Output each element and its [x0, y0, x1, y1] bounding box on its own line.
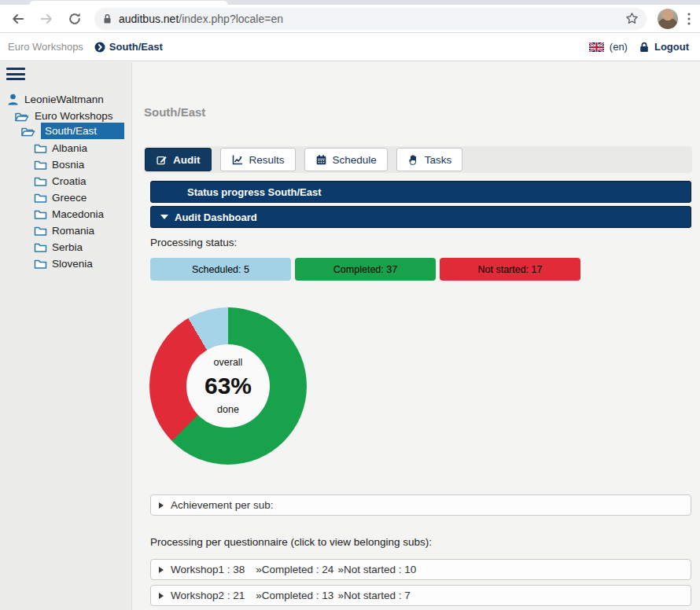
sidebar-item-country[interactable]: Macedonia — [34, 206, 104, 222]
status-buttons: Scheduled: 5 Completed: 37 Not started: … — [150, 258, 580, 281]
donut-ring: overall 63% done — [149, 307, 307, 465]
sidebar-item-country[interactable]: Serbia — [34, 239, 83, 255]
browser-chrome: auditbus.net/index.php?locale=en — [0, 0, 700, 33]
donut-center: overall 63% done — [186, 344, 270, 428]
country-label: Macedonia — [52, 208, 104, 220]
logout-lock-icon — [639, 42, 649, 53]
reload-icon — [68, 12, 82, 26]
hand-icon — [407, 154, 419, 166]
open-folder-icon — [20, 125, 36, 138]
user-icon — [6, 93, 20, 106]
country-label: Serbia — [52, 241, 83, 253]
status-progress-header[interactable]: Status progress South/East — [150, 181, 691, 203]
breadcrumb-current-link[interactable]: South/East — [109, 41, 163, 53]
folder-icon — [34, 192, 47, 204]
country-label: Greece — [52, 192, 87, 204]
sidebar-item-user[interactable]: LeonieWaltmann — [6, 91, 104, 108]
folder-icon — [34, 208, 47, 220]
caret-right-icon — [159, 593, 164, 599]
scheduled-button[interactable]: Scheduled: 5 — [150, 258, 291, 281]
processing-status-label: Processing status: — [150, 237, 237, 248]
browser-menu-icon[interactable] — [687, 13, 691, 25]
achievement-per-sub-toggle[interactable]: Achievement per sub: — [150, 494, 691, 516]
url-bar[interactable]: auditbus.net/index.php?locale=en — [94, 8, 647, 30]
sidebar-item-country[interactable]: Greece — [34, 189, 87, 206]
reload-button[interactable] — [63, 7, 87, 31]
questionnaire-section-label: Processing per questionnaire (click to v… — [150, 536, 432, 548]
not-started-button[interactable]: Not started: 17 — [440, 258, 580, 281]
breadcrumb-root: Euro Workshops — [8, 41, 83, 53]
forward-arrow-icon — [39, 12, 53, 26]
forward-button[interactable] — [35, 7, 58, 31]
browser-profile-avatar[interactable] — [658, 9, 678, 29]
sidebar-selected-label: South/East — [41, 123, 124, 139]
sidebar-item-country[interactable]: Croatia — [34, 173, 87, 189]
sidebar-item-root[interactable]: Euro Workshops — [14, 108, 113, 124]
https-lock-icon — [102, 13, 112, 24]
header-right: (en) Logout — [589, 41, 689, 53]
caret-right-icon — [159, 567, 164, 573]
country-label: Slovenia — [52, 258, 93, 270]
sidebar-item-country[interactable]: Slovenia — [34, 255, 93, 272]
page-title: South/East — [144, 105, 205, 119]
chart-icon — [231, 153, 244, 166]
breadcrumb-arrow-icon — [94, 42, 105, 53]
folder-icon — [34, 159, 47, 171]
folder-icon — [34, 241, 47, 253]
folder-icon — [34, 225, 47, 237]
chevron-down-icon — [160, 215, 168, 219]
sidebar-item-country[interactable]: Bosnia — [34, 156, 84, 173]
folder-icon — [34, 175, 47, 187]
language-label[interactable]: (en) — [610, 41, 628, 53]
browser-toolbar: auditbus.net/index.php?locale=en — [0, 5, 700, 33]
questionnaire-row-workshop1[interactable]: Workshop1 : 38 »Completed : 24 »Not star… — [150, 559, 691, 580]
sidebar-item-country[interactable]: Romania — [34, 222, 94, 239]
sidebar-root-label: Euro Workshops — [35, 110, 113, 122]
bookmark-star-icon[interactable] — [625, 12, 639, 25]
country-label: Croatia — [52, 175, 87, 187]
sidebar-user-label: LeonieWaltmann — [24, 94, 104, 105]
folder-icon — [34, 258, 47, 270]
url-text: auditbus.net/index.php?locale=en — [119, 13, 283, 25]
sidebar-item-selected[interactable]: South/East — [20, 123, 124, 139]
tab-audit[interactable]: Audit — [145, 148, 212, 171]
donut-center-top-label: overall — [214, 357, 243, 368]
caret-right-icon — [159, 502, 164, 509]
folder-icon — [34, 142, 47, 154]
audit-dashboard-header[interactable]: Audit Dashboard — [150, 206, 691, 228]
back-arrow-icon — [11, 12, 25, 26]
hamburger-menu-icon[interactable] — [6, 68, 25, 81]
sidebar: LeonieWaltmann Euro Workshops South/East… — [0, 62, 132, 610]
logout-link[interactable]: Logout — [654, 41, 689, 53]
tab-schedule[interactable]: Schedule — [304, 148, 388, 171]
country-label: Bosnia — [52, 159, 84, 171]
country-label: Albania — [52, 142, 87, 154]
completed-button[interactable]: Completed: 37 — [295, 258, 436, 281]
edit-icon — [156, 154, 168, 166]
tab-tasks[interactable]: Tasks — [396, 148, 463, 171]
sidebar-item-country[interactable]: Albania — [34, 140, 87, 156]
tab-bar: Audit Results Schedule — [144, 146, 692, 173]
questionnaire-row-workshop2[interactable]: Workshop2 : 21 »Completed : 13 »Not star… — [150, 585, 691, 606]
main-content: South/East Audit Results — [133, 62, 700, 610]
country-label: Romania — [52, 225, 94, 237]
uk-flag-icon[interactable] — [589, 42, 604, 52]
back-button[interactable] — [6, 7, 30, 31]
open-folder-icon — [14, 110, 30, 123]
donut-center-value: 63% — [204, 373, 252, 399]
overall-progress-donut-chart: overall 63% done — [149, 307, 307, 465]
app-header: Euro Workshops South/East (en) Logout — [0, 33, 700, 61]
donut-center-bottom-label: done — [217, 404, 239, 415]
tab-results[interactable]: Results — [220, 148, 296, 171]
calendar-icon — [315, 154, 327, 166]
